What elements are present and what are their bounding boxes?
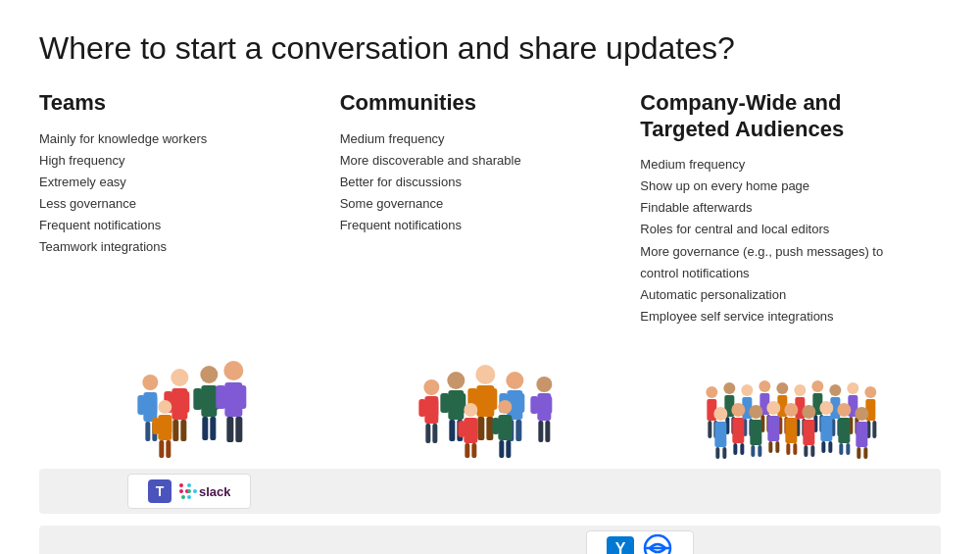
svg-point-76	[742, 384, 754, 396]
svg-rect-129	[857, 422, 868, 447]
svg-rect-65	[471, 443, 476, 458]
svg-rect-57	[544, 396, 552, 414]
svg-rect-47	[486, 417, 493, 440]
companywide-bullet-4: Roles for central and local editors	[640, 219, 921, 240]
tool-rows-container: T slack	[39, 469, 941, 554]
companywide-title: Company-Wide and Targeted Audiences	[640, 90, 921, 142]
svg-point-88	[848, 382, 859, 394]
communities-title: Communities	[340, 90, 621, 116]
svg-rect-21	[236, 385, 246, 409]
svg-rect-151	[179, 483, 183, 487]
svg-rect-133	[741, 443, 745, 455]
svg-point-90	[865, 386, 877, 398]
svg-rect-145	[847, 443, 851, 455]
svg-point-126	[838, 403, 852, 417]
teams-bullet-6: Teamwork integrations	[39, 236, 320, 258]
tool-row-1: T slack	[39, 469, 941, 514]
teams-bullet-3: Extremely easy	[39, 172, 320, 193]
svg-rect-123	[804, 420, 815, 445]
svg-point-48	[506, 372, 523, 389]
companywide-bullet-3: Findable afterwards	[640, 197, 921, 219]
teams-title: Teams	[39, 90, 320, 116]
svg-rect-119	[768, 416, 780, 441]
svg-point-120	[785, 403, 799, 417]
svg-rect-27	[165, 418, 172, 434]
teams-bullet-5: Frequent notifications	[39, 215, 320, 236]
svg-point-36	[447, 372, 465, 389]
tool-cell-teams: T slack	[39, 474, 340, 509]
svg-rect-22	[226, 417, 233, 442]
teams-bullets: Mainly for knowledge workers High freque…	[39, 128, 320, 259]
svg-rect-4	[145, 422, 150, 441]
svg-point-74	[724, 382, 736, 394]
yammer-workplace-box: Y	[586, 530, 694, 554]
svg-rect-153	[187, 483, 191, 487]
tool-cell-yammer: Y	[340, 530, 941, 554]
teams-people-illustration	[39, 353, 340, 461]
svg-rect-143	[829, 441, 833, 453]
svg-text:T: T	[156, 483, 165, 499]
svg-rect-137	[776, 441, 780, 453]
teams-bullet-1: Mainly for knowledge workers	[39, 128, 320, 150]
communities-bullet-3: Better for discussions	[340, 172, 621, 193]
svg-rect-139	[794, 443, 798, 455]
svg-rect-125	[821, 416, 833, 441]
svg-rect-68	[492, 418, 499, 434]
svg-rect-150	[179, 489, 183, 493]
svg-rect-146	[858, 447, 861, 459]
teams-bullet-2: High frequency	[39, 150, 320, 172]
svg-rect-32	[418, 399, 425, 417]
svg-point-18	[223, 361, 243, 380]
svg-rect-111	[873, 421, 877, 438]
svg-rect-10	[172, 420, 178, 441]
svg-rect-147	[864, 447, 868, 459]
svg-rect-56	[530, 396, 538, 414]
svg-rect-134	[752, 445, 756, 457]
people-illustrations-row	[39, 343, 941, 461]
svg-rect-53	[515, 420, 521, 441]
svg-rect-141	[811, 445, 815, 457]
svg-rect-155	[193, 489, 197, 493]
svg-point-6	[171, 369, 188, 386]
companywide-bullet-7: Employee self service integrations	[640, 306, 921, 327]
svg-rect-58	[538, 421, 543, 442]
svg-rect-40	[449, 420, 455, 441]
companywide-bullets: Medium frequency Show up on every home p…	[640, 154, 921, 327]
companywide-column: Company-Wide and Targeted Audiences Medi…	[640, 90, 941, 327]
svg-rect-132	[734, 443, 738, 455]
svg-rect-144	[840, 443, 844, 455]
svg-point-60	[464, 403, 477, 417]
svg-rect-142	[822, 441, 826, 453]
svg-point-82	[795, 384, 807, 396]
communities-bullets: Medium frequency More discoverable and s…	[340, 128, 621, 236]
svg-point-12	[200, 366, 218, 383]
companywide-bullet-2: Show up on every home page	[640, 176, 921, 197]
companywide-people-illustration	[640, 353, 941, 461]
svg-rect-17	[210, 417, 216, 440]
svg-rect-59	[545, 421, 550, 442]
svg-point-86	[830, 384, 842, 396]
communities-people-area	[340, 343, 641, 461]
svg-rect-63	[470, 421, 477, 437]
svg-rect-33	[431, 399, 438, 417]
svg-rect-130	[716, 447, 720, 459]
svg-rect-51	[515, 393, 524, 413]
svg-point-112	[714, 407, 728, 421]
svg-rect-92	[709, 421, 712, 438]
companywide-bullet-6: Automatic personalization	[640, 284, 921, 306]
svg-rect-45	[487, 388, 497, 410]
tool-row-2-wrapper: Y	[39, 526, 941, 554]
svg-rect-131	[723, 447, 727, 459]
svg-point-72	[707, 386, 718, 398]
svg-rect-115	[733, 418, 745, 443]
tool-rows-wrapper: T slack	[39, 469, 941, 514]
svg-rect-2	[137, 395, 145, 415]
svg-rect-35	[432, 424, 437, 443]
svg-rect-9	[180, 391, 189, 413]
svg-text:slack: slack	[199, 484, 230, 499]
svg-point-54	[536, 377, 552, 392]
svg-rect-64	[465, 443, 469, 458]
svg-point-124	[820, 401, 834, 415]
teams-column: Teams Mainly for knowledge workers High …	[39, 90, 340, 327]
svg-rect-29	[166, 440, 171, 458]
